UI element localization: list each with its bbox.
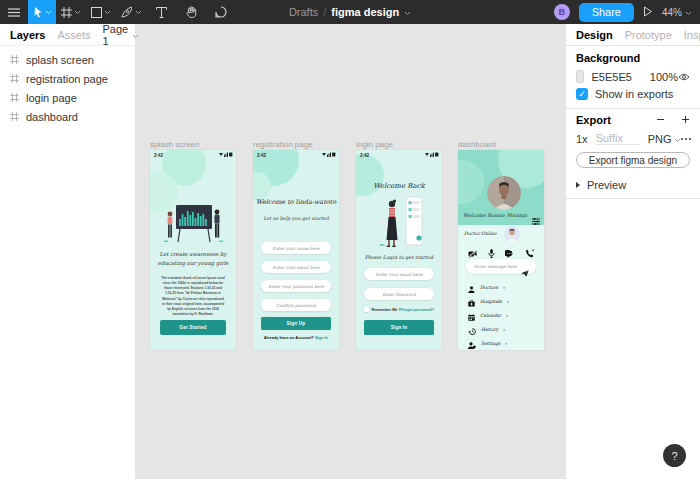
pen-tool-button[interactable]: [116, 0, 146, 24]
sign-in-button[interactable]: Sign In: [364, 320, 434, 335]
frame-title-dashboard[interactable]: dashboard: [458, 140, 496, 149]
chevron-down-icon: [132, 29, 139, 41]
profile-photo[interactable]: [487, 176, 521, 210]
frame-tool-icon: [61, 7, 72, 18]
frame-registration-page[interactable]: 2:42 Welcome to linda-watoto Let us help…: [253, 150, 339, 350]
export-format-select[interactable]: PNG: [648, 133, 682, 145]
background-hex-value[interactable]: E5E5E5: [591, 71, 631, 83]
sliders-icon[interactable]: [532, 211, 540, 225]
sign-in-link[interactable]: Sign In: [315, 335, 328, 340]
menu-item-doctors[interactable]: Doctors ›: [468, 283, 505, 292]
tab-prototype[interactable]: Prototype: [625, 29, 672, 41]
frame-login-page[interactable]: 2:42 Welcome Back Please Login to ge: [356, 150, 442, 350]
preview-toggle[interactable]: Preview: [566, 179, 700, 191]
dashboard-header: Welcome Bonnie Mwangi: [458, 150, 544, 225]
share-button[interactable]: Share: [579, 3, 634, 22]
status-time: 2:42: [154, 153, 163, 158]
frame-title-splash[interactable]: splash screen: [150, 140, 199, 149]
layer-item-splash-screen[interactable]: splash screen: [0, 50, 135, 69]
eye-icon[interactable]: [678, 71, 690, 83]
tab-layers[interactable]: Layers: [10, 29, 45, 41]
hand-tool-icon: [186, 6, 197, 18]
show-in-exports-checkbox[interactable]: ✓: [576, 88, 588, 100]
doctor-section-label: Doctor Online: [464, 231, 497, 236]
layer-item-dashboard[interactable]: dashboard: [0, 107, 135, 126]
confirm-password-input[interactable]: Confirm password: [261, 299, 331, 311]
comment-tool-button[interactable]: [206, 0, 236, 24]
get-started-button[interactable]: Get Started: [160, 320, 226, 335]
login-illustration: [378, 196, 424, 250]
password-input[interactable]: Enter Password: [364, 288, 434, 300]
menu-item-hospitals[interactable]: Hospitals ›: [468, 297, 508, 306]
menu-item-label: History: [481, 327, 498, 332]
send-icon[interactable]: [521, 263, 529, 281]
frame-dashboard[interactable]: Welcome Bonnie Mwangi Doctor Online: [458, 150, 544, 350]
registration-subheading: Let us help you get started: [259, 216, 333, 221]
password-input[interactable]: Enter your password here: [261, 280, 331, 292]
top-toolbar: Drafts / figma design B Share 44%: [0, 0, 700, 24]
email-input[interactable]: Enter your email here: [364, 268, 434, 280]
preview-label: Preview: [587, 179, 626, 191]
chevron-right-icon: ›: [503, 285, 505, 290]
email-input[interactable]: Enter your email here: [261, 261, 331, 273]
export-file-button[interactable]: Export figma design: [576, 152, 690, 168]
export-section-heading: Export: [576, 114, 611, 126]
design-canvas[interactable]: splash screen registration page login pa…: [136, 24, 565, 479]
chevron-down-icon: [135, 10, 142, 15]
frame-title-registration[interactable]: registration page: [253, 140, 313, 149]
page-selector[interactable]: Page 1: [103, 23, 140, 47]
background-color-swatch[interactable]: [576, 70, 584, 83]
doctor-avatar[interactable]: [504, 226, 520, 242]
export-format-value: PNG: [648, 133, 672, 145]
layer-item-registration-page[interactable]: registration page: [0, 69, 135, 88]
disclosure-triangle-icon: [576, 182, 580, 188]
shape-tool-button[interactable]: [86, 0, 116, 24]
rectangle-tool-icon: [91, 7, 102, 18]
input-placeholder: Enter message here: [474, 264, 517, 269]
breadcrumb-folder[interactable]: Drafts: [289, 6, 318, 18]
help-button[interactable]: ?: [663, 444, 686, 467]
menu-item-settings[interactable]: Settings ›: [468, 339, 507, 348]
message-input[interactable]: Enter message here: [466, 259, 536, 274]
sign-up-button[interactable]: Sign Up: [261, 317, 331, 330]
tab-inspect[interactable]: Inspect: [684, 29, 700, 41]
frame-title-login[interactable]: login page: [356, 140, 393, 149]
zoom-control[interactable]: 44%: [662, 7, 692, 18]
menu-item-calendar[interactable]: Calendar ›: [468, 311, 508, 320]
background-section-heading: Background: [576, 52, 640, 64]
remember-me-label: Remember Me ?: [372, 308, 401, 312]
tab-design[interactable]: Design: [576, 29, 613, 41]
export-suffix-input[interactable]: [596, 132, 640, 145]
file-title[interactable]: figma design: [331, 6, 399, 18]
input-placeholder: Enter your name here: [273, 246, 320, 251]
frame-tool-button[interactable]: [56, 0, 86, 24]
name-input[interactable]: Enter your name here: [261, 242, 331, 254]
export-scale-value[interactable]: 1x: [576, 133, 588, 145]
minus-icon[interactable]: [656, 114, 665, 126]
more-options-icon[interactable]: [681, 138, 691, 140]
splash-heading: Let create awareness by educating our yo…: [156, 250, 230, 268]
layer-item-login-page[interactable]: login page: [0, 88, 135, 107]
layer-item-label: login page: [26, 92, 77, 104]
present-play-icon[interactable]: [643, 3, 653, 21]
pen-tool-icon: [121, 6, 133, 18]
status-bar-icons: [219, 152, 233, 158]
move-tool-button[interactable]: [28, 0, 56, 24]
chevron-right-icon: ›: [507, 299, 509, 304]
input-placeholder: Enter your email here: [376, 272, 423, 277]
footer-text: Already have an Account?: [264, 335, 314, 340]
frame-splash-screen[interactable]: 2:42 Let create awareness by educating o…: [150, 150, 236, 350]
menu-item-history[interactable]: History ›: [468, 325, 505, 334]
main-menu-button[interactable]: [0, 0, 28, 24]
dashboard-welcome: Welcome Bonnie Mwangi: [458, 212, 532, 218]
menu-item-label: Calendar: [480, 313, 501, 318]
text-tool-button[interactable]: [146, 0, 176, 24]
forgot-password-link[interactable]: Forgot password?: [401, 308, 434, 312]
chevron-down-icon[interactable]: [404, 6, 411, 18]
tab-assets[interactable]: Assets: [57, 29, 90, 41]
background-opacity-value[interactable]: 100%: [650, 71, 678, 83]
remember-me-checkbox[interactable]: [364, 307, 369, 312]
plus-icon[interactable]: [681, 114, 690, 126]
hand-tool-button[interactable]: [176, 0, 206, 24]
user-avatar[interactable]: B: [554, 4, 570, 20]
